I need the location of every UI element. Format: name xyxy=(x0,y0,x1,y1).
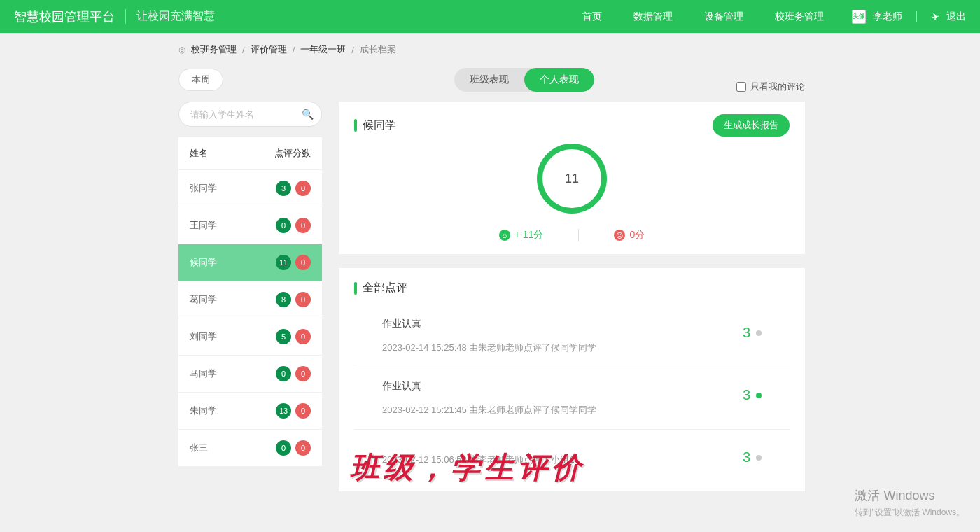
breadcrumb-sep: / xyxy=(351,45,354,55)
review-item[interactable]: 作业认真2023-02-12 15:21:45 由朱老师老师点评了候同学同学3 xyxy=(354,368,790,430)
breadcrumb-sep: / xyxy=(242,45,245,55)
badge-pair: 130 xyxy=(276,403,311,419)
review-left: 作业认真2023-02-14 15:25:48 由朱老师老师点评了候同学同学 xyxy=(382,318,596,354)
student-row-name: 刘同学 xyxy=(190,330,217,343)
breadcrumb-item[interactable]: 评价管理 xyxy=(251,43,287,56)
review-meta: 2023-02-12 15:21:45 由朱老师老师点评了候同学同学 xyxy=(382,404,596,416)
badge-pair: 00 xyxy=(276,218,311,233)
status-dot-icon xyxy=(756,455,762,461)
smile-icon: ☺ xyxy=(499,230,510,241)
student-row[interactable]: 朱同学130 xyxy=(178,392,322,429)
review-item[interactable]: 作业认真2023-02-14 15:25:48 由朱老师老师点评了候同学同学3 xyxy=(354,305,790,368)
tab-personal-performance[interactable]: 个人表现 xyxy=(524,68,594,92)
avatar[interactable]: 头像 xyxy=(852,10,866,24)
negative-badge: 0 xyxy=(295,181,311,196)
score-legend: ☺ + 11分 ☹ 0分 xyxy=(499,229,645,241)
search-icon[interactable]: 🔍 xyxy=(302,108,314,120)
positive-badge: 8 xyxy=(276,292,291,307)
only-my-reviews-checkbox[interactable]: 只看我的评论 xyxy=(736,80,805,93)
review-score: 3 xyxy=(743,449,762,465)
student-row[interactable]: 王同学00 xyxy=(178,206,322,244)
student-row[interactable]: 葛同学80 xyxy=(178,281,322,318)
legend-positive-text: + 11分 xyxy=(514,229,544,241)
student-row[interactable]: 候同学110 xyxy=(178,244,322,281)
negative-badge: 0 xyxy=(295,329,311,344)
status-dot-icon xyxy=(756,330,762,336)
review-meta: 2023-02-14 15:25:48 由朱老师老师点评了候同学同学 xyxy=(382,342,596,354)
breadcrumb: ◎ 校班务管理 / 评价管理 / 一年级一班 / 成长档案 xyxy=(178,43,980,56)
review-item[interactable]: 2023-02-12 15:06:52 由李老师老师点评了小组13 xyxy=(354,430,790,479)
profile-title: 候同学 xyxy=(354,118,396,133)
breadcrumb-item[interactable]: 一年级一班 xyxy=(300,43,346,56)
review-score-value: 3 xyxy=(743,449,750,465)
student-row[interactable]: 张同学30 xyxy=(178,169,322,206)
student-search-input[interactable] xyxy=(178,102,322,127)
negative-badge: 0 xyxy=(295,255,311,270)
review-title: 作业认真 xyxy=(382,380,596,393)
student-row[interactable]: 马同学00 xyxy=(178,355,322,392)
positive-badge: 13 xyxy=(276,403,291,419)
reviews-panel: 全部点评 作业认真2023-02-14 15:25:48 由朱老师老师点评了候同… xyxy=(339,268,805,491)
negative-badge: 0 xyxy=(295,403,311,419)
nav-device[interactable]: 设备管理 xyxy=(704,10,743,23)
nav-home[interactable]: 首页 xyxy=(582,10,602,23)
student-row[interactable]: 张三00 xyxy=(178,429,322,466)
windows-watermark: 激活 Windows 转到"设置"以激活 Windows。 xyxy=(855,486,965,491)
paper-plane-icon: ✈ xyxy=(930,10,941,23)
negative-badge: 0 xyxy=(295,440,311,456)
review-left: 2023-02-12 15:06:52 由李老师老师点评了小组1 xyxy=(382,442,575,466)
section-bar-icon xyxy=(354,282,357,295)
app-title: 智慧校园管理平台 xyxy=(14,8,115,25)
nav-data[interactable]: 数据管理 xyxy=(634,10,673,23)
detail-column: 候同学 生成成长报告 11 ☺ + 11分 ☹ 0分 xyxy=(339,102,805,491)
review-meta: 2023-02-12 15:06:52 由李老师老师点评了小组1 xyxy=(382,454,575,466)
reviews-title: 全部点评 xyxy=(354,281,790,295)
student-name-heading: 候同学 xyxy=(363,118,396,133)
only-my-reviews-label: 只看我的评论 xyxy=(750,80,805,93)
badge-pair: 80 xyxy=(276,292,311,307)
controls-row: 本周 班级表现 个人表现 只看我的评论 xyxy=(178,66,980,93)
profile-header: 候同学 生成成长报告 xyxy=(354,114,790,136)
review-left: 作业认真2023-02-12 15:21:45 由朱老师老师点评了候同学同学 xyxy=(382,380,596,416)
breadcrumb-item[interactable]: 校班务管理 xyxy=(191,43,237,56)
logout-button[interactable]: 退出 xyxy=(946,10,966,23)
location-icon: ◎ xyxy=(178,45,186,55)
legend-sep xyxy=(578,229,579,241)
header-name: 姓名 xyxy=(190,147,208,160)
positive-badge: 0 xyxy=(276,366,291,382)
username: 李老师 xyxy=(873,10,902,23)
legend-negative-text: 0分 xyxy=(629,229,645,241)
legend-negative: ☹ 0分 xyxy=(614,229,645,241)
positive-badge: 0 xyxy=(276,218,291,233)
nav-class[interactable]: 校班务管理 xyxy=(775,10,824,23)
student-list-header: 姓名 点评分数 xyxy=(178,137,322,169)
badge-pair: 30 xyxy=(276,181,311,196)
student-row-name: 候同学 xyxy=(190,256,217,269)
breadcrumb-current: 成长档案 xyxy=(360,43,396,56)
badge-pair: 00 xyxy=(276,366,311,382)
frown-icon: ☹ xyxy=(614,230,625,241)
student-row-name: 马同学 xyxy=(190,368,217,380)
positive-badge: 3 xyxy=(276,181,291,196)
positive-badge: 11 xyxy=(276,255,291,270)
header-score: 点评分数 xyxy=(274,147,311,160)
score-ring-wrap: 11 ☺ + 11分 ☹ 0分 xyxy=(354,144,790,241)
main-content: 🔍 姓名 点评分数 张同学30王同学00候同学110葛同学80刘同学50马同学0… xyxy=(178,102,805,491)
student-sidebar: 🔍 姓名 点评分数 张同学30王同学00候同学110葛同学80刘同学50马同学0… xyxy=(178,102,322,491)
negative-badge: 0 xyxy=(295,366,311,382)
student-row[interactable]: 刘同学50 xyxy=(178,318,322,355)
review-score-value: 3 xyxy=(743,387,750,403)
negative-badge: 0 xyxy=(295,218,311,233)
view-toggle: 班级表现 个人表现 xyxy=(454,68,594,92)
generate-report-button[interactable]: 生成成长报告 xyxy=(713,114,790,136)
week-filter-button[interactable]: 本周 xyxy=(178,69,223,91)
watermark-title: 激活 Windows xyxy=(855,486,965,491)
student-row-name: 张同学 xyxy=(190,182,217,195)
review-score-value: 3 xyxy=(743,325,750,341)
score-ring: 11 xyxy=(537,144,607,214)
only-my-reviews-input[interactable] xyxy=(736,82,746,92)
status-dot-icon xyxy=(756,393,762,398)
divider xyxy=(916,11,917,22)
tab-class-performance[interactable]: 班级表现 xyxy=(454,68,524,92)
student-row-name: 朱同学 xyxy=(190,405,217,417)
